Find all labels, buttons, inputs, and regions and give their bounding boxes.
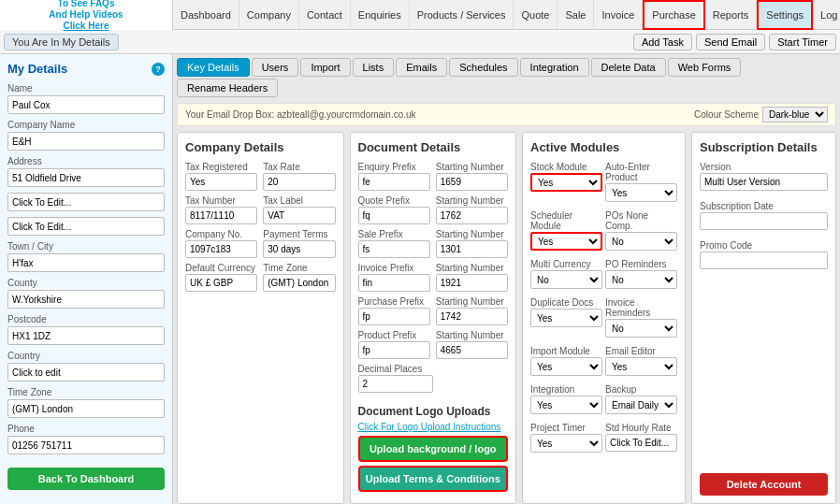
sale-prefix-input[interactable]: [358, 240, 430, 258]
timezone-field-group: Time Zone: [7, 387, 165, 418]
address2-field-group: [7, 193, 165, 211]
nav-company[interactable]: Company: [239, 0, 299, 30]
tab-users[interactable]: Users: [252, 58, 299, 77]
integration-select[interactable]: YesNo: [530, 396, 602, 414]
invoice-starting-input[interactable]: [436, 274, 508, 292]
sidebar-help-icon[interactable]: ?: [152, 63, 165, 76]
tax-registered-input[interactable]: [185, 173, 257, 191]
product-prefix-input[interactable]: [358, 341, 430, 359]
address3-input[interactable]: [7, 217, 165, 236]
sale-starting-input[interactable]: [436, 240, 508, 258]
version-input[interactable]: [700, 173, 828, 191]
logo-area[interactable]: To See FAQs And Help Videos Click Here: [0, 0, 173, 30]
nav-sale[interactable]: Sale: [558, 0, 594, 30]
county-label: County: [7, 278, 165, 288]
import-module-select[interactable]: YesNo: [530, 357, 602, 376]
subscription-date-group: Subscription Date: [700, 201, 828, 235]
backup-select[interactable]: Email DailyNo: [605, 396, 677, 414]
default-currency-input[interactable]: [185, 274, 257, 292]
purchase-starting-input[interactable]: [436, 308, 508, 325]
tab-key-details[interactable]: Key Details: [177, 58, 250, 77]
tab-schedules[interactable]: Schedules: [449, 58, 517, 77]
document-details-panel: Document Details Enquiry Prefix Starting…: [350, 132, 517, 504]
pos-none-select[interactable]: NoYes: [605, 232, 677, 251]
timezone2-input[interactable]: [263, 274, 335, 292]
tab-import[interactable]: Import: [300, 58, 350, 77]
promo-code-input[interactable]: [700, 252, 828, 269]
invoice-reminders-select[interactable]: NoYes: [605, 319, 677, 338]
quote-prefix-input[interactable]: [358, 207, 430, 224]
payment-terms-input[interactable]: [263, 240, 335, 258]
active-modules-title: Active Modules: [530, 140, 677, 154]
town-input[interactable]: [7, 253, 165, 272]
multi-currency-select[interactable]: NoYes: [530, 270, 602, 289]
town-field-group: Town / City: [7, 241, 165, 272]
company-no-input[interactable]: [185, 240, 257, 258]
email-editor-select[interactable]: YesNo: [605, 357, 677, 376]
duplicate-docs-label: Duplicate Docs: [530, 297, 602, 308]
tax-number-input[interactable]: [185, 207, 257, 224]
scheduler-module-select[interactable]: YesNo: [530, 232, 602, 251]
company-name-input[interactable]: [7, 132, 165, 151]
nav-quote[interactable]: Quote: [514, 0, 558, 30]
nav-products[interactable]: Products / Services: [410, 0, 514, 30]
duplicate-docs-select[interactable]: YesNo: [530, 309, 602, 327]
back-to-dashboard-button[interactable]: Back To Dashboard: [7, 468, 165, 490]
nav-reports[interactable]: Reports: [705, 0, 758, 30]
purchase-prefix-input[interactable]: [358, 308, 430, 325]
quote-starting-input[interactable]: [436, 207, 508, 224]
nav-contact[interactable]: Contact: [299, 0, 351, 30]
timezone-input[interactable]: [7, 399, 165, 418]
nav-logout[interactable]: Log Out: [813, 0, 840, 30]
county-input[interactable]: [7, 290, 165, 309]
nav-invoice[interactable]: Invoice: [594, 0, 643, 30]
address-input[interactable]: [7, 168, 165, 187]
phone-input[interactable]: [7, 436, 165, 454]
nav-dashboard[interactable]: Dashboard: [173, 0, 239, 30]
auto-enter-select[interactable]: YesNo: [605, 183, 677, 202]
sidebar: My Details ? Name Company Name Address T…: [0, 54, 173, 504]
nav-settings[interactable]: Settings: [757, 0, 813, 30]
name-input[interactable]: [7, 95, 165, 114]
upload-background-button[interactable]: Upload background / logo: [358, 436, 509, 462]
start-timer-button[interactable]: Start Timer: [769, 34, 836, 50]
tab-emails[interactable]: Emails: [396, 58, 447, 77]
send-email-button[interactable]: Send Email: [696, 34, 765, 50]
second-nav: You Are In My Details Add Task Send Emai…: [0, 30, 840, 54]
subscription-details-panel: Subscription Details Version Subscriptio…: [691, 132, 836, 504]
tab-web-forms[interactable]: Web Forms: [668, 58, 742, 77]
enquiry-starting-input[interactable]: [436, 173, 508, 191]
project-timer-group: Project Timer YesNo: [530, 423, 602, 456]
address2-input[interactable]: [7, 193, 165, 211]
postcode-input[interactable]: [7, 326, 165, 345]
tab-lists[interactable]: Lists: [353, 58, 395, 77]
tax-rate-input[interactable]: [263, 173, 335, 191]
std-hourly-input[interactable]: [605, 434, 677, 452]
tab-rename-headers[interactable]: Rename Headers: [177, 79, 278, 97]
add-task-button[interactable]: Add Task: [633, 34, 692, 50]
stock-module-select[interactable]: YesNo: [530, 173, 602, 192]
po-reminders-select[interactable]: NoYes: [605, 270, 677, 289]
decimal-places-input[interactable]: [358, 375, 433, 393]
tab-integration[interactable]: Integration: [520, 58, 589, 77]
subscription-date-input[interactable]: [700, 212, 828, 230]
import-module-label: Import Module: [530, 346, 602, 356]
invoice-prefix-input[interactable]: [358, 274, 430, 292]
nav-purchase[interactable]: Purchase: [643, 0, 704, 30]
nav-enquiries[interactable]: Enquiries: [351, 0, 410, 30]
town-label: Town / City: [7, 241, 165, 252]
tax-label-input[interactable]: [263, 207, 335, 224]
product-starting-label: Starting Number: [436, 330, 508, 340]
project-timer-select[interactable]: YesNo: [530, 434, 602, 453]
payment-terms-label: Payment Terms: [263, 229, 335, 239]
delete-account-button[interactable]: Delete Account: [700, 473, 828, 496]
logo-link[interactable]: Click For Logo Upload Instructions: [358, 422, 509, 432]
upload-terms-button[interactable]: Upload Terms & Conditions: [358, 466, 509, 492]
phone-label: Phone: [7, 424, 165, 434]
colour-scheme-select[interactable]: Dark-blue: [762, 107, 828, 122]
pos-none-label: POs None Comp.: [605, 210, 677, 231]
country-input[interactable]: [7, 363, 165, 382]
tab-delete-data[interactable]: Delete Data: [591, 58, 666, 77]
enquiry-prefix-input[interactable]: [358, 173, 430, 191]
product-starting-input[interactable]: [436, 341, 508, 359]
